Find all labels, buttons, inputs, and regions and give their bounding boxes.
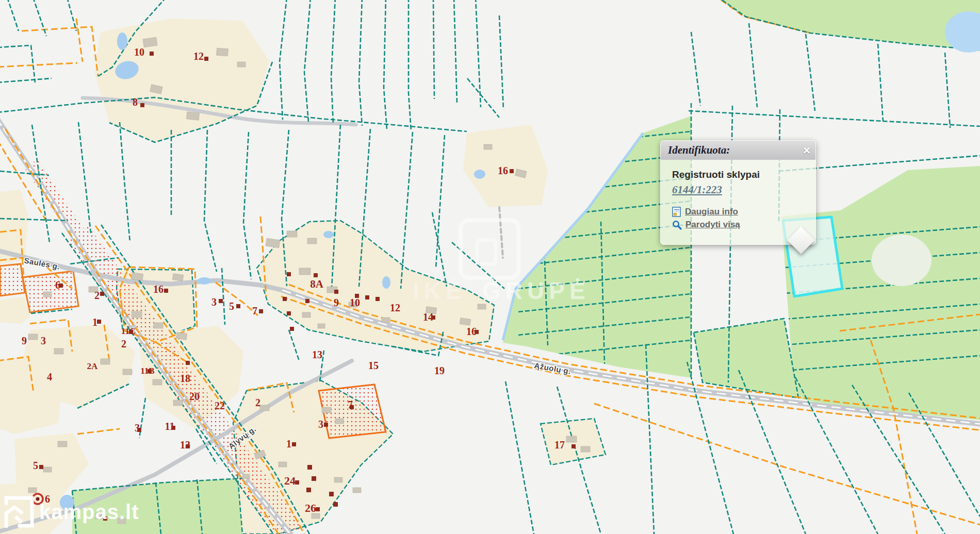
parcel-number-label: 16 [498,165,508,176]
parcel-number-label: 10 [350,297,360,308]
parcel-number-label: 10 [134,46,144,58]
parcel-number-label: 11 [165,421,175,432]
identify-popup-body: Registruoti sklypai 6144/1:223 Daugiau i… [661,160,815,230]
clearing [872,235,932,286]
layer-name: Registruoti sklypai [672,169,805,180]
parcel-number-label: 8A [310,278,324,290]
parcel-number-label: 2 [255,397,260,408]
identify-popup: Identifikuota: × Registruoti sklypai 614… [660,140,816,245]
parcel-number-label: 17 [554,439,565,450]
parcel-number-label: 4 [47,371,52,382]
parcel-number-label: 11B [140,366,154,376]
parcel-number-label: 26 [305,502,316,514]
kampas-logo-icon [4,496,34,528]
parcel-number-label: 8 [133,96,138,108]
parcel-number-label: 3 [41,335,46,346]
more-info-link[interactable]: Daugiau info [685,207,738,217]
parcel-number-label: 5 [229,301,234,312]
magnifier-icon [672,220,682,230]
parcel-number-label: 3 [135,422,140,433]
parcel-number-label: 7 [252,305,257,316]
document-info-icon [672,207,681,217]
parcel-number-label: 18 [180,373,190,384]
parcel-number-label: 24 [284,474,296,487]
map-viewer: IKĖ GRUPĖ Saulės g.Ąžuolų g.Alyvų g. 101… [0,0,980,534]
parcel-number-label: 22 [215,400,225,411]
identify-popup-header: Identifikuota: × [661,141,815,160]
parcel-number-label: 14 [423,311,433,323]
parcel-number-label: 11C [121,326,136,336]
parcel-number-label: 2A [87,361,99,371]
parcel-number-label: 3 [318,419,323,430]
parcel-number-label: 6 [55,279,60,291]
parcel-number-label: 1 [92,316,97,328]
parcel-number-label: 13 [312,349,322,360]
parcel-number-label: 9 [334,297,339,308]
parcel-number-label: 15 [368,360,379,371]
parcel-number-label: 9 [22,335,27,346]
watermark-fragment: IKĖ [413,277,466,304]
cadastral-map[interactable]: IKĖ GRUPĖ Saulės g.Ąžuolų g.Alyvų g. 101… [0,0,980,534]
parcel-number-label: 12 [390,302,400,313]
parcel-number-label: 19 [434,365,445,376]
parcel-number-label: 12 [193,51,204,62]
parcel-number-label: 16 [466,326,477,337]
watermark-name: GRUPĖ [482,277,590,304]
parcel-number-label: 20 [189,391,200,402]
kampas-logo: kampas.lt [4,496,139,528]
parcel-number-label: 16 [153,283,164,295]
parcel-number-label: 13 [180,439,190,450]
popup-title: Identifikuota: [668,144,730,157]
kampas-logo-text: kampas.lt [39,500,139,524]
parcel-number-label: 5 [33,460,38,471]
parcel-number-label: 1 [286,438,291,449]
close-icon[interactable]: × [803,144,810,157]
parcel-number-label: 7 [348,399,353,410]
parcel-number-label: 2 [121,338,126,349]
parcel-id-link[interactable]: 6144/1:223 [672,183,722,196]
parcel-number-label: 3 [211,296,217,308]
show-all-link[interactable]: Parodyti visą [685,220,740,230]
parcel-number-label: 2 [94,290,100,301]
